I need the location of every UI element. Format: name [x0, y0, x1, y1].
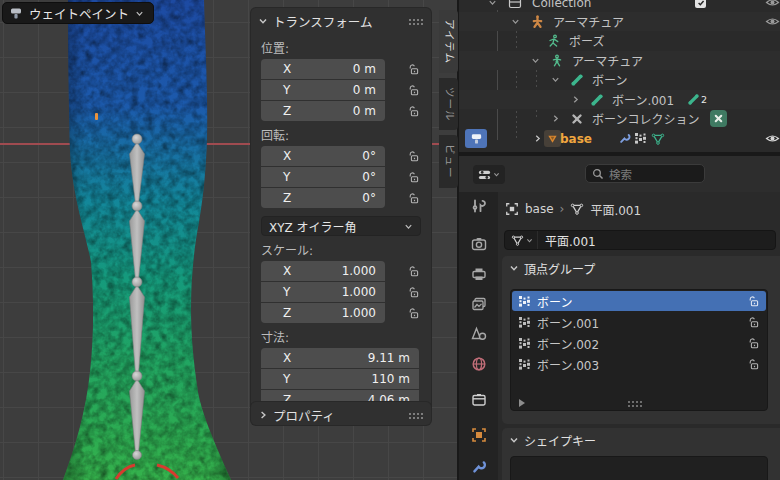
lock-icon[interactable] [408, 150, 420, 163]
mesh-data-icon [511, 234, 524, 247]
panel-grip-handle[interactable] [408, 412, 423, 419]
id-browser-button[interactable] [505, 231, 538, 249]
eye-icon[interactable] [765, 132, 780, 145]
outliner-row-armature-object[interactable]: アーマチュア [459, 12, 780, 31]
shape-keys-panel: シェイプキー [502, 428, 780, 480]
collection-checkbox[interactable] [695, 0, 706, 8]
tab-modifiers-icon[interactable] [469, 457, 488, 476]
dimensions-label: 寸法: [261, 328, 431, 345]
lock-icon[interactable] [408, 63, 420, 76]
search-input[interactable]: 検索 [585, 164, 705, 183]
outliner-row-collection[interactable]: Collection [459, 0, 780, 12]
eye-icon[interactable] [765, 15, 780, 28]
chevron-right-icon[interactable] [533, 134, 542, 143]
tab-output-icon[interactable] [469, 264, 488, 283]
chevron-right-icon[interactable] [571, 95, 580, 104]
outliner[interactable]: Collection アーマチュア ポーズ アーマチュア [459, 0, 780, 152]
rotation-z-field[interactable]: Z0° [261, 188, 385, 208]
vertex-groups-list: ボーン ボーン.001 ボーン.002 [510, 289, 768, 411]
tab-view[interactable]: ビュー [439, 135, 458, 188]
location-z-field[interactable]: Z0 m [261, 101, 385, 121]
list-filter-expander[interactable] [519, 399, 525, 407]
lock-icon[interactable] [748, 316, 760, 329]
mesh-name-field[interactable]: 平面.001 [504, 230, 776, 250]
chevron-right-icon[interactable] [551, 114, 560, 123]
lock-icon[interactable] [408, 286, 420, 299]
chevron-down-icon [509, 263, 519, 273]
transform-panel-header[interactable]: トランスフォーム [251, 8, 431, 34]
editor-type-dropdown[interactable] [473, 165, 505, 184]
chevron-down-icon [135, 9, 144, 18]
panel-grip-handle[interactable] [408, 18, 423, 25]
scale-x-field[interactable]: X1.000 [261, 261, 385, 281]
bone-collection-icon [570, 112, 584, 126]
mode-dropdown[interactable]: ウェイトペイント [2, 2, 154, 24]
tab-tool[interactable]: ツール [439, 78, 458, 131]
vertex-groups-panel: 頂点グループ ボーン ボーン.001 ボーン.002 [502, 256, 780, 424]
scale-y-field[interactable]: Y1.000 [261, 282, 385, 302]
lock-icon[interactable] [748, 295, 760, 308]
tab-world-icon[interactable] [469, 354, 488, 373]
dimensions-y-field[interactable]: Y110 m [261, 369, 419, 389]
vertex-group-item[interactable]: ボーン.001 [512, 312, 766, 332]
outliner-row-pose[interactable]: ポーズ [459, 31, 780, 50]
rotation-x-field[interactable]: X0° [261, 146, 385, 166]
properties-content: base › 平面.001 平面.001 頂点グループ [498, 192, 780, 480]
tab-scene-icon[interactable] [469, 324, 488, 343]
outliner-label: ボーン [592, 71, 627, 88]
rotation-y-field[interactable]: Y0° [261, 167, 385, 187]
chevron-down-icon[interactable] [511, 17, 520, 26]
vertex-groups-header[interactable]: 頂点グループ [502, 256, 780, 280]
tab-render-icon[interactable] [469, 234, 488, 253]
chevron-down-icon [404, 222, 413, 231]
chevron-down-icon[interactable] [488, 0, 497, 7]
tab-viewlayer-icon[interactable] [469, 294, 488, 313]
location-label: 位置: [261, 39, 431, 56]
outliner-row-base[interactable]: base [459, 129, 780, 148]
chevron-down-icon[interactable] [551, 75, 560, 84]
eye-icon[interactable] [765, 0, 780, 9]
chevron-down-icon [509, 435, 519, 445]
location-y-field[interactable]: Y0 m [261, 80, 385, 100]
tab-tool-icon[interactable] [469, 196, 488, 215]
rotation-label: 回転: [261, 126, 431, 143]
breadcrumb-object[interactable]: base [525, 202, 554, 216]
chevron-down-icon[interactable] [531, 56, 540, 65]
shape-keys-list[interactable] [510, 456, 768, 480]
outliner-label: ボーン.001 [612, 91, 674, 108]
outliner-row-bone-001[interactable]: ボーン.001 2 [459, 90, 780, 109]
mesh-data-icon [570, 202, 584, 216]
lock-icon[interactable] [408, 192, 420, 205]
tab-item[interactable]: アイテム [439, 10, 458, 73]
vertex-group-item[interactable]: ボーン [512, 291, 766, 311]
scale-label: スケール: [261, 241, 431, 258]
lock-icon[interactable] [408, 171, 420, 184]
properties-collapsed-panel[interactable]: プロパティ [251, 402, 431, 425]
location-x-field[interactable]: X0 m [261, 59, 385, 79]
mesh-object-icon [544, 130, 561, 147]
lock-icon[interactable] [408, 307, 420, 320]
tab-collection-icon[interactable] [469, 390, 488, 409]
tab-object-icon[interactable] [469, 425, 488, 444]
scale-z-field[interactable]: Z1.000 [261, 303, 385, 323]
outliner-row-bone[interactable]: ボーン [459, 70, 780, 89]
vertex-group-item[interactable]: ボーン.003 [512, 354, 766, 374]
breadcrumb-data[interactable]: 平面.001 [590, 201, 641, 218]
lock-icon[interactable] [748, 337, 760, 350]
dimensions-x-field[interactable]: X9.11 m [261, 348, 419, 368]
list-resize-grip[interactable] [627, 400, 642, 407]
lock-icon[interactable] [748, 358, 760, 371]
vertex-group-item[interactable]: ボーン.002 [512, 333, 766, 353]
lock-icon[interactable] [408, 84, 420, 97]
right-editors: Collection アーマチュア ポーズ アーマチュア [457, 0, 780, 480]
lock-icon[interactable] [408, 265, 420, 278]
lock-icon[interactable] [408, 105, 420, 118]
outliner-row-armature-data[interactable]: アーマチュア [459, 51, 780, 70]
properties-panel-title: プロパティ [273, 406, 335, 425]
outliner-row-bone-collection[interactable]: ボーンコレクション [459, 109, 780, 128]
shape-keys-header[interactable]: シェイプキー [502, 428, 780, 452]
chevron-down-icon [258, 16, 268, 26]
weight-paint-mode-icon[interactable] [465, 129, 487, 148]
properties-header: 検索 [459, 156, 780, 192]
rotation-mode-dropdown[interactable]: XYZ オイラー角 [261, 216, 421, 236]
